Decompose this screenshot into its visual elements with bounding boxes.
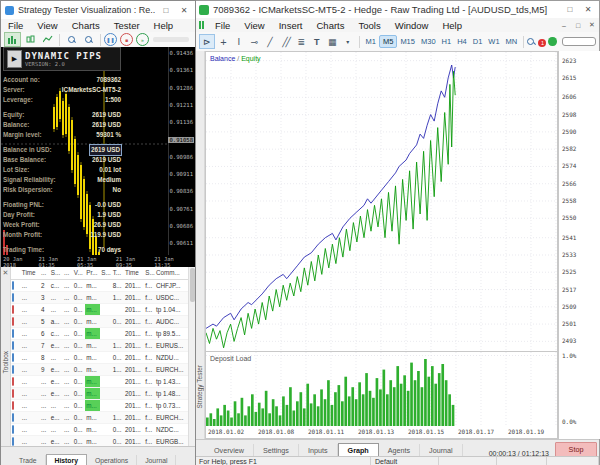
timeframe-w1[interactable]: W1 <box>485 36 502 47</box>
timeframe-mn[interactable]: MN <box>503 36 521 47</box>
header-cell[interactable]: S... <box>144 267 155 279</box>
tester-tab-graph[interactable]: Graph <box>338 443 379 457</box>
shapes-tool-icon[interactable]: ▦ <box>326 35 340 48</box>
cell <box>100 328 112 339</box>
visualizer-chart[interactable]: 0.914360.913610.912860.912110.911360.910… <box>1 47 195 255</box>
search-icon[interactable] <box>527 38 534 46</box>
trendline-tool-icon[interactable]: ╱ <box>263 35 277 48</box>
visualizer-maximize-button[interactable]: □ <box>159 6 173 15</box>
timeframe-d1[interactable]: D1 <box>470 36 486 47</box>
vertical-line-tool-icon[interactable]: ⵏ <box>232 35 246 48</box>
header-cell[interactable]: Time <box>124 267 144 279</box>
timeframe-m5[interactable]: M5 <box>379 35 397 48</box>
cell: 0... <box>73 328 85 339</box>
fibonacci-tool-icon[interactable]: ≣ <box>294 35 308 48</box>
menu-view[interactable]: View <box>30 20 64 31</box>
crosshair-tool-icon[interactable]: + <box>217 35 231 48</box>
history-table[interactable]: Time...S......V...Pr...S...T...TimeS...C… <box>11 267 188 446</box>
timeframe-m30[interactable]: M30 <box>418 36 439 47</box>
tab-trade[interactable]: Trade <box>11 455 46 465</box>
header-cell[interactable]: V... <box>73 267 85 279</box>
stop-playback-icon[interactable]: ■ <box>120 33 133 46</box>
zoom-in-icon[interactable] <box>64 33 79 46</box>
timeframe-h1[interactable]: H1 <box>439 36 455 47</box>
table-row[interactable]: ......e......0...m...0...201...f...EURGB… <box>11 436 188 446</box>
menu-window[interactable]: Window <box>388 20 436 31</box>
info-value: 70 days <box>98 245 121 255</box>
header-cell[interactable] <box>11 267 21 279</box>
history-scrollbar[interactable] <box>188 267 195 446</box>
speed-slider[interactable] <box>153 37 189 42</box>
table-row[interactable]: ...4......0...m...201...f...tp 1.04... <box>11 304 188 316</box>
tab-operations[interactable]: Operations <box>87 455 137 465</box>
header-cell[interactable]: ... <box>40 267 50 279</box>
menu-file[interactable]: File <box>1 20 30 31</box>
toolbox-tabs-bar: TradeHistoryOperationsJournal <box>1 446 195 465</box>
cursor-tool-icon[interactable]: ⊳ <box>199 34 215 49</box>
text-tool-icon[interactable]: T <box>310 35 324 48</box>
cell: NZDU... <box>155 352 188 363</box>
header-cell[interactable]: S... <box>50 267 63 279</box>
bars-chart-icon[interactable] <box>4 32 21 47</box>
tab-history[interactable]: History <box>46 454 87 465</box>
cell: m... <box>85 424 100 435</box>
table-row[interactable]: ...7e......0...m...1...201...f...EURUS..… <box>11 340 188 352</box>
buy-deal-icon <box>12 341 14 350</box>
info-row: Account no:7089362 <box>3 75 121 85</box>
child-minimize-button[interactable]: – <box>557 22 571 29</box>
pause-icon[interactable]: ❚❚ <box>104 33 117 46</box>
menu-insert[interactable]: Insert <box>272 20 310 31</box>
visualizer-close-button[interactable]: ✕ <box>177 6 191 15</box>
line-chart-icon[interactable] <box>40 33 55 46</box>
algo-trading-icon[interactable] <box>548 37 556 46</box>
zoom-out-icon[interactable] <box>81 33 96 46</box>
table-row[interactable]: ...8......0...m...0...201...f...NZDU... <box>11 352 188 364</box>
menu-file[interactable]: File <box>208 20 237 31</box>
timeframe-m15[interactable]: M15 <box>397 36 418 47</box>
header-cell[interactable]: Time <box>21 267 40 279</box>
tester-graph-area[interactable]: Balance / Equity Deposit Load 2018.01.02… <box>205 51 558 439</box>
table-row[interactable]: ...2c......0...m...8...201...f...CHFJP..… <box>11 280 188 292</box>
table-row[interactable]: ......e......0...m...201...f...tp 1.43..… <box>11 376 188 388</box>
stop-button[interactable]: Stop <box>555 442 597 457</box>
table-row[interactable]: ............0...m...0...201...f...NZDC..… <box>11 424 188 436</box>
channel-tool-icon[interactable]: ╱╱ <box>279 35 293 48</box>
tools-dropdown-icon[interactable]: ▾ <box>341 35 355 48</box>
menu-help[interactable]: Help <box>147 20 181 31</box>
table-row[interactable]: ...9e......0...m...1...201...f...EURCH..… <box>11 364 188 376</box>
visualizer-titlebar[interactable]: Strategy Tester Visualization : Re... □ … <box>1 1 195 20</box>
child-restore-button[interactable]: □ <box>571 22 585 29</box>
menu-tester[interactable]: Tester <box>107 20 147 31</box>
y-tick: 2550 <box>562 214 576 221</box>
table-row[interactable]: ......e......0...m...1...201...f...EURCH… <box>11 412 188 424</box>
menu-help[interactable]: Help <box>435 20 469 31</box>
table-row[interactable]: ............0...m...201...f...tp 0.73... <box>11 400 188 412</box>
menu-charts[interactable]: Charts <box>65 20 107 31</box>
table-row[interactable]: ...6c......0...m...201...f...tp 89.5... <box>11 328 188 340</box>
tab-journal[interactable]: Journal <box>137 455 176 465</box>
table-row[interactable]: ...5a......0...m...0...201...f...AUDC... <box>11 316 188 328</box>
terminal-titlebar[interactable]: 7089362 - ICMarketsSC-MT5-2 - Hedge - Ra… <box>195 1 599 19</box>
candles-chart-icon[interactable] <box>23 33 38 46</box>
maximize-button[interactable]: □ <box>563 5 577 14</box>
timeframe-m1[interactable]: M1 <box>363 36 379 47</box>
menu-view[interactable]: View <box>237 20 271 31</box>
fast-forward-icon[interactable]: » <box>136 33 149 46</box>
table-row[interactable]: ...3......0...m...1...201...f...USDC... <box>11 292 188 304</box>
menu-charts[interactable]: Charts <box>310 20 352 31</box>
child-close-button[interactable]: ✕ <box>585 21 599 29</box>
x-tick: 2018.01.11 <box>308 428 344 435</box>
timeframe-h4[interactable]: H4 <box>454 36 470 47</box>
table-row[interactable]: ......e......0...m...201...f...tp 1.48..… <box>11 388 188 400</box>
cell: m... <box>85 340 100 351</box>
header-cell[interactable]: Pr... <box>85 267 100 279</box>
header-cell[interactable]: S... <box>100 267 112 279</box>
header-cell[interactable]: T... <box>112 267 124 279</box>
header-cell[interactable]: ... <box>63 267 73 279</box>
horizontal-line-tool-icon[interactable]: ⊸ <box>248 35 262 48</box>
header-cell[interactable]: Comm... <box>155 267 188 279</box>
toolbox-close-icon[interactable]: ✕ <box>3 269 9 277</box>
close-button[interactable]: ✕ <box>581 5 595 14</box>
strategy-tester-side-tab[interactable]: Strategy Tester <box>195 51 205 439</box>
menu-tools[interactable]: Tools <box>351 20 387 31</box>
